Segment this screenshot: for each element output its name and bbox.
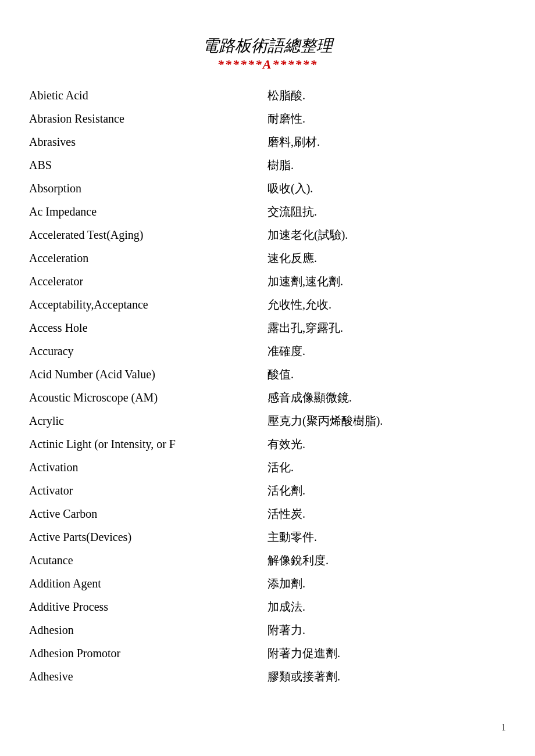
table-row: ABS樹脂.: [29, 153, 506, 177]
terms-table: Abietic Acid松脂酸.Abrasion Resistance耐磨性.A…: [29, 84, 506, 688]
chinese-term: 准確度.: [268, 339, 506, 363]
english-term: Abietic Acid: [29, 84, 268, 107]
english-term: Adhesive: [29, 665, 268, 688]
english-term: Abrasion Resistance: [29, 107, 268, 130]
english-term: Abrasives: [29, 130, 268, 153]
english-term: Accelerator: [29, 270, 268, 293]
chinese-term: 松脂酸.: [268, 84, 506, 107]
chinese-term: 附著力促進劑.: [268, 642, 506, 665]
table-row: Accuracy准確度.: [29, 339, 506, 363]
chinese-term: 磨料,刷材.: [268, 130, 506, 153]
table-row: Active Carbon活性炭.: [29, 502, 506, 525]
table-row: Abrasion Resistance耐磨性.: [29, 107, 506, 130]
english-term: Actinic Light (or Intensity, or F: [29, 432, 268, 456]
table-row: Actinic Light (or Intensity, or F有效光.: [29, 432, 506, 456]
table-row: Acceleration速化反應.: [29, 246, 506, 270]
english-term: Acrylic: [29, 409, 268, 432]
english-term: Absorption: [29, 177, 268, 200]
english-term: Acoustic Microscope (AM): [29, 386, 268, 409]
english-term: Activation: [29, 456, 268, 479]
chinese-term: 有效光.: [268, 432, 506, 456]
chinese-term: 添加劑.: [268, 572, 506, 595]
chinese-term: 加速劑,速化劑.: [268, 270, 506, 293]
section-marker: ******A******: [29, 57, 506, 72]
english-term: Accelerated Test(Aging): [29, 223, 268, 246]
chinese-term: 壓克力(聚丙烯酸樹脂).: [268, 409, 506, 432]
page-header: 電路板術語總整理 ******A******: [29, 35, 506, 72]
english-term: Addition Agent: [29, 572, 268, 595]
english-term: Acceptability,Acceptance: [29, 293, 268, 316]
table-row: Acrylic壓克力(聚丙烯酸樹脂).: [29, 409, 506, 432]
english-term: Accuracy: [29, 339, 268, 363]
english-term: Active Parts(Devices): [29, 525, 268, 549]
english-term: Acutance: [29, 549, 268, 572]
table-row: Adhesion Promotor附著力促進劑.: [29, 642, 506, 665]
table-row: Access Hole露出孔,穿露孔.: [29, 316, 506, 339]
chinese-term: 交流阻抗.: [268, 200, 506, 223]
table-row: Active Parts(Devices)主動零件.: [29, 525, 506, 549]
table-row: Acutance解像銳利度.: [29, 549, 506, 572]
table-row: Activator活化劑.: [29, 479, 506, 502]
chinese-term: 感音成像顯微鏡.: [268, 386, 506, 409]
english-term: Activator: [29, 479, 268, 502]
chinese-term: 吸收(入).: [268, 177, 506, 200]
page-number: 1: [501, 722, 506, 733]
english-term: ABS: [29, 153, 268, 177]
chinese-term: 活化劑.: [268, 479, 506, 502]
chinese-term: 加成法.: [268, 595, 506, 618]
table-row: Activation活化.: [29, 456, 506, 479]
table-row: Abietic Acid松脂酸.: [29, 84, 506, 107]
chinese-term: 耐磨性.: [268, 107, 506, 130]
english-term: Access Hole: [29, 316, 268, 339]
chinese-term: 解像銳利度.: [268, 549, 506, 572]
chinese-term: 膠類或接著劑.: [268, 665, 506, 688]
table-row: Acoustic Microscope (AM)感音成像顯微鏡.: [29, 386, 506, 409]
table-row: Abrasives磨料,刷材.: [29, 130, 506, 153]
chinese-term: 主動零件.: [268, 525, 506, 549]
table-row: Accelerator加速劑,速化劑.: [29, 270, 506, 293]
english-term: Additive Process: [29, 595, 268, 618]
english-term: Adhesion Promotor: [29, 642, 268, 665]
table-row: Addition Agent添加劑.: [29, 572, 506, 595]
english-term: Acceleration: [29, 246, 268, 270]
chinese-term: 速化反應.: [268, 246, 506, 270]
table-row: Acceptability,Acceptance允收性,允收.: [29, 293, 506, 316]
chinese-term: 活性炭.: [268, 502, 506, 525]
table-row: Accelerated Test(Aging)加速老化(試驗).: [29, 223, 506, 246]
chinese-term: 附著力.: [268, 618, 506, 642]
main-title: 電路板術語總整理: [29, 35, 506, 57]
english-term: Ac Impedance: [29, 200, 268, 223]
chinese-term: 酸值.: [268, 363, 506, 386]
table-row: Ac Impedance交流阻抗.: [29, 200, 506, 223]
english-term: Acid Number (Acid Value): [29, 363, 268, 386]
table-row: Acid Number (Acid Value)酸值.: [29, 363, 506, 386]
chinese-term: 加速老化(試驗).: [268, 223, 506, 246]
chinese-term: 允收性,允收.: [268, 293, 506, 316]
chinese-term: 活化.: [268, 456, 506, 479]
table-row: Absorption吸收(入).: [29, 177, 506, 200]
table-row: Additive Process加成法.: [29, 595, 506, 618]
chinese-term: 樹脂.: [268, 153, 506, 177]
table-row: Adhesion附著力.: [29, 618, 506, 642]
chinese-term: 露出孔,穿露孔.: [268, 316, 506, 339]
table-row: Adhesive膠類或接著劑.: [29, 665, 506, 688]
english-term: Active Carbon: [29, 502, 268, 525]
english-term: Adhesion: [29, 618, 268, 642]
